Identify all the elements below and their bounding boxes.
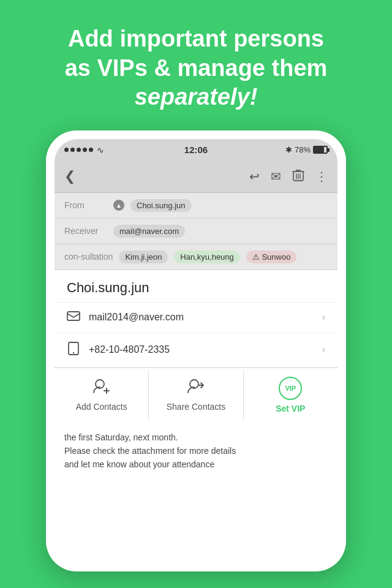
from-arrow-icon: ▲ [113,200,124,211]
from-name-tag[interactable]: Choi.sung.jun [130,199,192,212]
dot-4 [83,148,87,152]
vip-badge-icon: VIP [279,377,302,400]
battery-fill [314,147,324,153]
consultation-label: con-sultation [64,252,113,262]
dot-2 [70,148,75,152]
wifi-icon: ∿ [97,145,104,155]
headline: Add important persons as VIPs & manage t… [40,0,352,130]
dot-5 [89,148,93,152]
battery-icon [313,146,328,154]
contact-popup: Choi.sung.jun mail2014@naver.com › [55,270,337,422]
set-vip-button[interactable]: VIP Set VIP [244,368,337,422]
email-body: the first Saturday, next month. Please c… [55,422,337,563]
status-bar: ∿ 12:06 ✱ 78% [55,139,337,161]
consultation-tag-3[interactable]: ⚠ Sunwoo [246,251,297,263]
trash-icon[interactable] [292,168,304,185]
dot-1 [64,148,69,152]
phone-mockup: ∿ 12:06 ✱ 78% ❮ ↩ ✉ [46,130,346,571]
popup-phone-text: +82-10-4807-2335 [89,344,322,355]
popup-phone-row[interactable]: +82-10-4807-2335 › [55,333,337,368]
receiver-field: Receiver mail@naver.com [55,219,337,244]
popup-contact-name: Choi.sung.jun [55,270,337,303]
back-button[interactable]: ❮ [64,168,75,184]
email-toolbar: ❮ ↩ ✉ ⋮ [55,161,337,193]
add-contacts-icon [93,379,110,398]
add-contacts-label: Add Contacts [76,402,127,412]
phone-screen: ∿ 12:06 ✱ 78% ❮ ↩ ✉ [55,139,337,563]
more-icon[interactable]: ⋮ [315,169,328,184]
receiver-email-tag[interactable]: mail@naver.com [113,225,185,238]
phone-row-chevron: › [322,344,325,355]
popup-email-row[interactable]: mail2014@naver.com › [55,303,337,333]
email-body-line2: Please check the attachment for more det… [64,444,328,458]
signal-dots [64,148,93,152]
from-field: From ▲ Choi.sung.jun [55,193,337,219]
share-contacts-button[interactable]: Share Contacts [149,370,243,420]
status-left: ∿ [64,145,104,155]
envelope-icon[interactable]: ✉ [271,169,281,184]
reply-icon[interactable]: ↩ [249,169,260,184]
toolbar-actions: ↩ ✉ ⋮ [249,168,328,185]
dot-3 [77,148,81,152]
battery-percent: 78% [295,145,311,154]
envelope-small-icon [67,311,80,324]
phone-small-icon [67,342,80,358]
share-contacts-label: Share Contacts [167,402,226,412]
svg-rect-1 [67,312,80,320]
email-body-line3: and let me know about your attendance [64,458,328,471]
consultation-field: con-sultation Kim.ji.jeon Han,kyu,heung … [55,244,337,270]
status-right: ✱ 78% [285,145,328,154]
svg-point-2 [73,352,74,353]
popup-email-text: mail2014@naver.com [89,312,322,323]
add-contacts-button[interactable]: Add Contacts [55,370,149,420]
receiver-label: Receiver [64,226,107,236]
from-label: From [64,200,107,210]
status-time: 12:06 [184,145,208,155]
consultation-tag-1[interactable]: Kim.ji.jeon [119,251,168,263]
action-bar: Add Contacts Share Contacts VIP [55,368,337,422]
consultation-tag-2[interactable]: Han,kyu,heung [174,251,239,263]
email-body-line1: the first Saturday, next month. [64,431,328,444]
email-row-chevron: › [322,312,325,323]
set-vip-label: Set VIP [276,404,305,413]
bluetooth-icon: ✱ [285,145,292,154]
share-contacts-icon [187,379,205,398]
